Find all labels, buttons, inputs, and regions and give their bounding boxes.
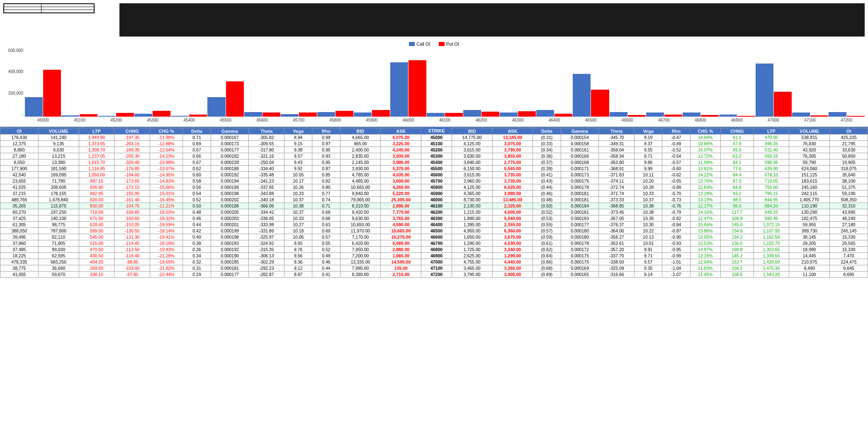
bar-group [281,112,317,117]
put-bar [554,114,572,117]
table-cell: 10.33 [635,191,662,197]
table-cell: -364.00 [599,228,635,234]
table-cell: 3,855.00 [492,153,533,159]
table-cell: 0.46 [312,259,340,265]
table-cell: 3,990.00 [381,159,421,166]
col-p-chngpct: CHG % [690,128,720,134]
table-cell: -155.95 [114,191,150,197]
table-cell: 87.0 [721,178,754,184]
table-cell: 3,225.00 [381,141,421,147]
call-bar [390,62,408,117]
table-cell: 0.68 [312,209,340,215]
table-cell: -16.45% [150,197,183,203]
call-bar [756,64,773,117]
table-cell: 3,465.00 [452,265,492,271]
table-cell: -341.23 [249,178,284,184]
table-cell: -173.65 [114,178,150,184]
table-cell: 7,170.00 [340,234,381,240]
table-cell: 9.71 [635,253,662,259]
bar-group [756,64,792,117]
table-cell: 990.40 [754,215,789,222]
table-cell: 430.50 [79,253,114,259]
col-p-chng: CHNG [721,128,754,134]
table-body: 176,430141,2401,449.90-197.35-11.98%0.71… [0,134,868,278]
table-cell: 1,890.00 [452,215,492,222]
bar-group [207,81,243,117]
chart-xlabels: 4500045100452004530045400455004560045700… [25,118,865,122]
bar-group [500,111,536,117]
table-cell: 64.1 [721,159,754,166]
table-cell: -250.04 [249,159,284,166]
table-cell: 0.000161 [561,147,599,153]
table-cell: 45100 [421,141,452,147]
table-cell: (0.39) [533,166,561,172]
table-cell: 93.2 [721,191,754,197]
table-cell: 0.000181 [561,197,599,203]
x-label: 47100 [792,118,828,122]
table-cell: 14.87% [690,247,720,253]
table-cell: 84.8 [721,184,754,191]
table-cell: 7,995.00 [340,265,381,271]
call-bar [463,110,481,117]
table-cell: 10.30 [635,222,662,228]
table-cell: -19.59% [150,222,183,228]
table-cell: 10.27 [284,222,312,228]
table-cell: 13.76% [690,178,720,184]
table-cell: 0.000177 [561,222,599,228]
table-row: 489,7651,479,840820.00-161.40-16.45%0.52… [0,197,868,203]
table-cell: 45800 [421,184,452,191]
table-cell: (0.36) [533,153,561,159]
put-bar [847,116,865,117]
table-cell: -0.68 [662,184,690,191]
table-cell: 0.000175 [561,178,599,184]
table-cell: 0.000228 [211,159,249,166]
strike-header: STRIKE [421,127,452,134]
table-cell: 0.000167 [211,134,249,141]
table-cell: 168.8 [721,247,754,253]
table-cell: 0.49 [312,253,340,259]
table-cell: 0.60 [183,172,211,178]
put-bar [810,115,828,117]
table-cell: 0.000177 [211,271,249,278]
table-row: 39,49582,110545.00-131.30-19.41%0.400.00… [0,234,868,240]
table-cell: 182,475 [789,215,830,222]
table-cell: -205.30 [114,153,150,159]
table-cell: 181,590 [38,166,79,172]
table-cell: 9,840.00 [340,191,381,197]
table-cell: 3,735.00 [492,178,533,184]
ticker-info [3,3,95,13]
table-cell: 0.000184 [561,203,599,209]
table-cell: -0.49 [662,141,690,147]
table-cell: 45400 [421,159,452,166]
table-cell: -373.33 [599,197,635,203]
table-cell: 0.85 [312,172,340,178]
col-c-delta: Delta [183,128,211,134]
table-cell: 9.12 [284,265,312,271]
table-cell: 4,785.00 [340,172,381,178]
table-cell: 59,790 [789,159,830,166]
table-cell: 183,615 [789,178,830,184]
table-cell: 538,815 [789,134,830,141]
table-cell: -366.06 [249,203,284,209]
table-cell: 1,107.95 [754,228,789,234]
bar-group [683,112,719,117]
table-cell: -302.29 [249,259,284,265]
table-cell: 47200 [421,271,452,278]
table-cell: 135.00 [381,265,421,271]
table-cell: 0.46 [183,215,211,222]
table-cell: 10,650.00 [340,222,381,228]
put-bar [336,111,353,117]
table-cell: 10.66% [690,141,720,147]
table-cell: 4,530.00 [492,240,533,247]
table-cell: 0.57 [312,234,340,240]
table-cell: -11.98% [150,134,183,141]
table-cell: 1,479,840 [38,197,79,203]
table-cell: 3,765.00 [381,215,421,222]
x-label: 47000 [755,118,792,122]
table-cell: 18,990 [789,247,830,253]
table-cell: 0.000165 [561,271,599,278]
table-cell: -334.42 [249,209,284,215]
table-cell: -320.40 [114,159,150,166]
table-cell: 0.000166 [561,153,599,159]
table-cell: 1,449.90 [79,134,114,141]
